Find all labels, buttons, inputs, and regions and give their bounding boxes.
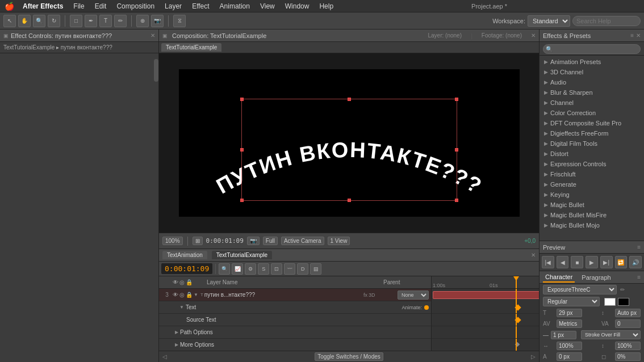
menu-view[interactable]: View [256,1,279,11]
tl-btn-snap[interactable]: ⊡ [271,263,282,275]
animate-dot[interactable] [424,305,429,310]
effects-search-input[interactable] [543,44,641,54]
char-hscale-input[interactable] [557,342,582,350]
layer-row-3[interactable]: 3 👁 ◎ 🔒 ▼ T путин в...нтакте??? fx [159,289,431,301]
preview-prev-btn[interactable]: ◀ [557,256,569,268]
apple-menu[interactable]: 🍎 [5,2,14,11]
menu-layer[interactable]: Layer [160,1,186,11]
layer-lock-3[interactable]: 🔒 [186,292,193,298]
toolbar-puppet-tool[interactable]: ⧖ [173,15,186,27]
toolbar-camera-tool[interactable]: 📷 [151,15,164,27]
character-tab[interactable]: Character [543,272,575,283]
camera-btn[interactable]: 📷 [247,237,260,245]
toolbar-pen-tool[interactable]: ✒ [85,15,97,27]
effect-blur-sharpen[interactable]: ▶ Blur & Sharpen [540,87,644,98]
tl-btn-solo[interactable]: S [258,263,269,275]
workspace-select[interactable]: Standard [528,15,570,27]
effect-color-correction[interactable]: ▶ Color Correction [540,108,644,118]
layer-collapse-3[interactable]: ▼ [194,292,198,297]
toolbar-select-tool[interactable]: ↖ [3,15,16,27]
char-font-select[interactable]: ExposureThreeC [543,285,617,294]
paragraph-tab[interactable]: Paragraph [579,273,613,282]
menu-file[interactable]: File [69,1,89,11]
active-camera-btn[interactable]: Active Camera [281,237,324,245]
more-collapse[interactable]: ▶ [175,342,178,347]
panel-close-btn[interactable]: ✕ [150,32,155,39]
text-collapse-arrow[interactable]: ▼ [179,305,184,310]
timeline-timecode[interactable]: 0:00:01:09 [161,263,212,274]
effect-animation-presets[interactable]: ▶ Animation Presets [540,57,644,67]
tl-btn-mode[interactable]: ⚙ [245,263,256,275]
effect-generate[interactable]: ▶ Generate [540,179,644,190]
char-fill-swatch[interactable] [604,298,616,306]
menu-window[interactable]: Window [281,1,314,11]
layer-eye-3[interactable]: 👁 [173,292,178,298]
effect-channel[interactable]: ▶ Channel [540,98,644,108]
menu-effect[interactable]: Effect [187,1,214,11]
preview-play-btn[interactable]: ▶ [586,256,598,268]
effect-dft[interactable]: ▶ DFT Composite Suite Pro [540,118,644,128]
menu-edit[interactable]: Edit [90,1,111,11]
char-stroke-swatch[interactable] [618,298,629,306]
char-vscale-input[interactable] [615,342,641,350]
toggle-switches-btn[interactable]: Toggle Switches / Modes [315,352,383,361]
char-baseline-input[interactable] [557,352,582,361]
toolbar-paint-tool[interactable]: ✏ [114,15,127,27]
preview-first-btn[interactable]: |◀ [542,256,554,268]
effect-magic-bullet-misfire[interactable]: ▶ Magic Bullet MisFire [540,210,644,220]
left-panel-scrollbar[interactable] [154,59,158,82]
char-menu-btn[interactable]: ≡ [637,274,641,280]
effect-audio[interactable]: ▶ Audio [540,77,644,87]
comp-tab-texttutorial[interactable]: TextTutorialExample [161,43,221,52]
tl-btn-frame[interactable]: ▤ [310,263,321,275]
effect-magic-bullet-mojo[interactable]: ▶ Magic Bullet Mojo [540,220,644,230]
toolbar-text-tool[interactable]: T [99,15,112,27]
toolbar-hand-tool[interactable]: ✋ [18,15,31,27]
char-leading-input[interactable] [615,309,641,317]
menu-help[interactable]: Help [315,1,338,11]
tl-btn-motion[interactable]: 〰 [284,263,295,275]
menu-animation[interactable]: Animation [215,1,254,11]
effect-keying[interactable]: ▶ Keying [540,190,644,200]
char-tracking-input[interactable] [615,319,641,328]
effect-distort[interactable]: ▶ Distort [540,149,644,159]
preview-menu-btn[interactable]: ≡ [637,244,641,250]
preview-loop-btn[interactable]: 🔁 [615,256,628,268]
char-stroke-input[interactable] [551,331,576,339]
toolbar-anchor-tool[interactable]: ⊕ [136,15,149,27]
char-kern-input[interactable] [557,319,582,328]
tl-btn-search[interactable]: 🔍 [219,263,230,275]
preview-stop-btn[interactable]: ■ [571,256,583,268]
resolution-btn[interactable]: Full [263,237,278,245]
layer-parent-select-3[interactable]: None [398,291,429,300]
timeline-close-btn[interactable]: ✕ [531,252,536,258]
effect-digital-film[interactable]: ▶ Digital Film Tools [540,138,644,149]
path-collapse[interactable]: ▶ [175,330,178,335]
effects-menu-btn[interactable]: ≡ [630,32,634,39]
timeline-bottom-scroll-left[interactable]: ◁ [162,353,167,360]
tl-btn-draft[interactable]: D [297,263,308,275]
menu-after-effects[interactable]: After Effects [18,1,68,11]
effect-3d-channel[interactable]: ▶ 3D Channel [540,67,644,77]
effect-magic-bullet[interactable]: ▶ Magic Bullet [540,200,644,210]
effect-digieffects[interactable]: ▶ Digieffects FreeForm [540,128,644,138]
tl-btn-graph[interactable]: 📈 [232,263,243,275]
search-help-input[interactable] [572,16,641,26]
char-size-input[interactable] [557,309,582,317]
char-stroke-type-select[interactable]: Stroke Over Fill [581,330,641,339]
zoom-btn[interactable]: 100% [162,237,183,245]
char-extra-input[interactable] [615,352,641,361]
effect-frischluft[interactable]: ▶ Frischluft [540,169,644,179]
grid-btn[interactable]: ⊞ [193,237,203,245]
toolbar-rotate-tool[interactable]: ↻ [48,15,60,27]
comp-close-btn[interactable]: ✕ [531,32,536,39]
layer3-bar[interactable] [433,291,539,299]
playhead[interactable] [516,276,517,288]
toolbar-shape-tool[interactable]: □ [70,15,82,27]
timeline-tab-texttutorial[interactable]: TextTutorialExample [212,251,272,259]
view-count-btn[interactable]: 1 View [328,237,350,245]
preview-next-btn[interactable]: ▶| [600,256,613,268]
toolbar-zoom-tool[interactable]: 🔍 [33,15,45,27]
timeline-bottom-scroll-right[interactable]: ▷ [531,353,536,360]
effects-close-btn[interactable]: ✕ [636,32,641,39]
